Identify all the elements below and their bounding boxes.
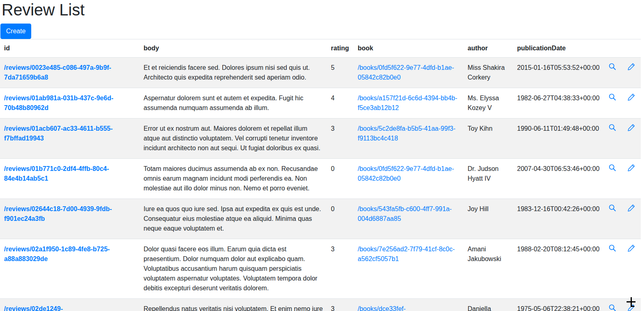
review-body: Error ut ex nostrum aut. Maiores dolorem… <box>140 119 327 159</box>
table-row: /reviews/0023e485-c086-497a-9b9f-7da7165… <box>0 58 641 88</box>
edit-button[interactable] <box>627 93 635 101</box>
review-body: Aspernatur dolorem sunt et autem et expe… <box>140 88 327 119</box>
magnifier-icon <box>609 306 616 311</box>
show-button[interactable] <box>609 304 616 311</box>
review-rating: 5 <box>327 58 354 88</box>
book-link[interactable]: /books/5c2de8fa-b5b5-41aa-99f3-f9113bc4c… <box>358 125 455 142</box>
review-publication-date: 1988-02-20T08:12:45+00:00 <box>513 239 604 299</box>
magnifier-icon <box>609 65 616 72</box>
show-button[interactable] <box>609 124 616 132</box>
review-body: Et et reiciendis facere sed. Dolores ips… <box>140 58 327 88</box>
pencil-icon <box>627 166 635 173</box>
review-id-link[interactable]: /reviews/02644c18-7d00-4939-9fdb-f901ec2… <box>4 205 112 222</box>
book-link[interactable]: /books/dce33fef- <box>358 305 406 311</box>
review-author: Daniella <box>464 299 513 311</box>
review-publication-date: 2015-01-16T05:53:52+00:00 <box>513 58 604 88</box>
table-row: /reviews/02a1f950-1c89-4fe8-b725-a88a883… <box>0 239 641 299</box>
table-row: /reviews/02de1249- Repellendus natus ver… <box>0 299 641 311</box>
review-rating: 3 <box>327 239 354 299</box>
review-rating: 3 <box>327 119 354 159</box>
review-author: Joy Hill <box>464 199 513 239</box>
pencil-icon <box>627 126 635 133</box>
show-button[interactable] <box>609 164 616 172</box>
pencil-icon <box>627 95 635 102</box>
magnifier-icon <box>609 206 616 213</box>
show-button[interactable] <box>609 244 616 252</box>
review-id-link[interactable]: /reviews/0023e485-c086-497a-9b9f-7da7165… <box>4 64 111 81</box>
book-link[interactable]: /books/7e256ad2-7f79-41cf-8c0c-a562cf505… <box>358 246 455 262</box>
page-title: Review List <box>0 0 644 19</box>
review-author: Dr. Judson Hyatt IV <box>464 159 513 199</box>
table-row: /reviews/01ab981a-031b-437c-9e6d-70b48b8… <box>0 88 641 119</box>
edit-button[interactable] <box>627 63 635 71</box>
column-header-edit <box>621 39 641 58</box>
review-id-link[interactable]: /reviews/02de1249- <box>4 305 63 311</box>
edit-button[interactable] <box>627 124 635 132</box>
magnifier-icon <box>609 95 616 102</box>
edit-button[interactable] <box>627 244 635 252</box>
review-publication-date: 1982-06-27T04:38:33+00:00 <box>513 88 604 119</box>
column-header-id: id <box>0 39 140 58</box>
review-body: Dolor quasi facere eos illum. Earum quia… <box>140 239 327 299</box>
review-rating: 3 <box>327 299 354 311</box>
create-button[interactable]: Create <box>0 24 31 39</box>
book-link[interactable]: /books/a157f21d-6c6d-4394-bb4b-f5ce3ab12… <box>358 95 457 111</box>
magnifier-icon <box>609 166 616 173</box>
review-id-link[interactable]: /reviews/01acb607-ac33-4611-b555-f7bffad… <box>4 125 113 142</box>
edit-button[interactable] <box>627 164 635 172</box>
column-header-show <box>604 39 621 58</box>
review-id-link[interactable]: /reviews/01b771c0-2df4-4ffb-80c4-84e4b14… <box>4 165 109 182</box>
book-link[interactable]: /books/543fa5fb-c600-4ff7-991a-004d6887a… <box>358 205 452 222</box>
review-publication-date: 1983-12-16T00:42:26+00:00 <box>513 199 604 239</box>
column-header-rating: rating <box>327 39 354 58</box>
review-rating: 4 <box>327 88 354 119</box>
review-rating: 0 <box>327 199 354 239</box>
column-header-body: body <box>140 39 327 58</box>
book-link[interactable]: /books/0fd5f622-9e77-4dfd-b1ae-05842c82b… <box>358 64 454 81</box>
review-author: Amani Jakubowski <box>464 239 513 299</box>
column-header-publicationDate: publicationDate <box>513 39 604 58</box>
table-row: /reviews/01b771c0-2df4-4ffb-80c4-84e4b14… <box>0 159 641 199</box>
edit-button[interactable] <box>627 304 635 311</box>
review-author: Miss Shakira Corkery <box>464 58 513 88</box>
review-publication-date: 2007-04-30T06:53:46+00:00 <box>513 159 604 199</box>
review-body: Repellendus natus veritatis nisi volupta… <box>140 299 327 311</box>
magnifier-icon <box>609 246 616 253</box>
show-button[interactable] <box>609 93 616 101</box>
column-header-author: author <box>464 39 513 58</box>
pencil-icon <box>627 306 635 311</box>
show-button[interactable] <box>609 204 616 212</box>
review-publication-date: 1975-05-06T22:38:21+00:00 <box>513 299 604 311</box>
pencil-icon <box>627 206 635 213</box>
pencil-icon <box>627 246 635 253</box>
review-author: Toy Kihn <box>464 119 513 159</box>
table-row: /reviews/02644c18-7d00-4939-9fdb-f901ec2… <box>0 199 641 239</box>
review-table-body: /reviews/0023e485-c086-497a-9b9f-7da7165… <box>0 58 641 311</box>
review-rating: 0 <box>327 159 354 199</box>
table-row: /reviews/01acb607-ac33-4611-b555-f7bffad… <box>0 119 641 159</box>
review-body: Totam maiores ducimus assumenda ab ex no… <box>140 159 327 199</box>
review-id-link[interactable]: /reviews/01ab981a-031b-437c-9e6d-70b48b8… <box>4 95 114 111</box>
table-header: id body rating book author publicationDa… <box>0 39 641 58</box>
review-publication-date: 1990-06-11T01:49:48+00:00 <box>513 119 604 159</box>
book-link[interactable]: /books/0fd5f622-9e77-4dfd-b1ae-05842c82b… <box>358 165 454 182</box>
column-header-book: book <box>354 39 464 58</box>
review-author: Ms. Elyssa Kozey V <box>464 88 513 119</box>
edit-button[interactable] <box>627 204 635 212</box>
review-body: Iure ea quos quo iure sed. Ipsa aut expe… <box>140 199 327 239</box>
show-button[interactable] <box>609 63 616 71</box>
pencil-icon <box>627 65 635 72</box>
review-list-page: Review List Create id body rating book a… <box>0 0 644 311</box>
review-id-link[interactable]: /reviews/02a1f950-1c89-4fe8-b725-a88a883… <box>4 246 110 262</box>
magnifier-icon <box>609 126 616 133</box>
review-table: id body rating book author publicationDa… <box>0 39 641 311</box>
